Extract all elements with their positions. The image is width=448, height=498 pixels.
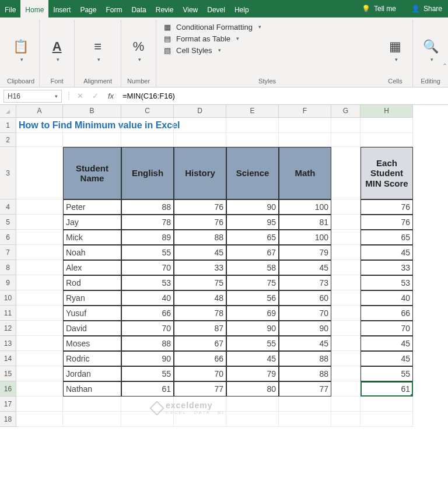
menu-tab-data[interactable]: Data <box>127 0 150 17</box>
score-cell[interactable]: 100 <box>279 230 331 245</box>
cell[interactable] <box>16 199 63 215</box>
score-cell[interactable]: 45 <box>279 260 331 275</box>
min-score-cell[interactable]: 65 <box>360 230 413 245</box>
score-cell[interactable]: 70 <box>121 260 174 275</box>
cell[interactable] <box>331 260 360 275</box>
student-name-cell[interactable]: Rodric <box>63 351 121 366</box>
min-score-cell[interactable]: 55 <box>360 366 413 381</box>
student-name-cell[interactable]: David <box>63 321 121 336</box>
student-name-cell[interactable]: Nathan <box>63 381 121 397</box>
min-score-cell[interactable]: 53 <box>360 275 413 290</box>
student-name-cell[interactable]: Mick <box>63 230 121 245</box>
cell[interactable] <box>279 397 331 412</box>
menu-tab-insert[interactable]: Insert <box>48 0 75 17</box>
column-header[interactable]: B <box>63 105 121 118</box>
min-score-header[interactable]: Each Student MIN Score <box>360 147 413 199</box>
cell[interactable] <box>331 245 360 260</box>
student-name-cell[interactable]: Noah <box>63 245 121 260</box>
cell[interactable] <box>16 381 63 397</box>
format-as-table-button[interactable]: ▤Format as Table▾ <box>162 34 239 43</box>
cell[interactable] <box>63 133 121 147</box>
conditional-formatting-button[interactable]: ▦Conditional Formatting▾ <box>162 22 261 31</box>
column-header[interactable]: D <box>174 105 226 118</box>
cell[interactable] <box>226 412 279 427</box>
row-header[interactable]: 14 <box>0 351 16 366</box>
chevron-down-icon[interactable]: ▾ <box>55 93 58 99</box>
cell[interactable] <box>331 366 360 381</box>
score-cell[interactable]: 77 <box>174 381 226 397</box>
score-cell[interactable]: 89 <box>121 230 174 245</box>
menu-tab-page[interactable]: Page <box>75 0 101 17</box>
number-icon[interactable]: % <box>129 37 149 57</box>
score-cell[interactable]: 79 <box>279 245 331 260</box>
score-cell[interactable]: 90 <box>226 199 279 215</box>
page-title[interactable]: How to Find Minimum value in Excel <box>16 118 63 133</box>
column-header[interactable]: G <box>331 105 360 118</box>
cell[interactable] <box>331 290 360 306</box>
column-header[interactable]: A <box>16 105 63 118</box>
cell[interactable] <box>331 336 360 351</box>
table-header[interactable]: English <box>121 147 174 199</box>
cell[interactable] <box>16 290 63 306</box>
cell[interactable] <box>121 397 174 412</box>
score-cell[interactable]: 78 <box>174 306 226 321</box>
tell-me[interactable]: Tell me <box>374 5 396 13</box>
score-cell[interactable]: 33 <box>174 260 226 275</box>
score-cell[interactable]: 81 <box>279 215 331 230</box>
alignment-icon[interactable]: ≡ <box>88 37 108 57</box>
score-cell[interactable]: 90 <box>279 321 331 336</box>
cell[interactable] <box>121 118 174 133</box>
min-score-cell[interactable]: 66 <box>360 306 413 321</box>
score-cell[interactable]: 66 <box>121 306 174 321</box>
cell[interactable] <box>16 275 63 290</box>
score-cell[interactable]: 48 <box>174 290 226 306</box>
table-header[interactable]: Math <box>279 147 331 199</box>
cell[interactable] <box>331 275 360 290</box>
cell[interactable] <box>63 412 121 427</box>
cell[interactable] <box>174 412 226 427</box>
score-cell[interactable]: 70 <box>279 306 331 321</box>
collapse-ribbon-icon[interactable]: ⌃ <box>441 0 448 70</box>
cell[interactable] <box>16 321 63 336</box>
cell[interactable] <box>16 147 63 199</box>
score-cell[interactable]: 76 <box>174 215 226 230</box>
paste-icon[interactable]: 📋 <box>11 37 31 57</box>
row-header[interactable]: 18 <box>0 412 16 427</box>
min-score-cell[interactable]: 45 <box>360 336 413 351</box>
cell[interactable] <box>279 412 331 427</box>
cell[interactable] <box>360 118 413 133</box>
score-cell[interactable]: 70 <box>174 366 226 381</box>
cell[interactable] <box>16 230 63 245</box>
select-all-corner[interactable]: ◢ <box>0 105 16 118</box>
row-header[interactable]: 12 <box>0 321 16 336</box>
row-header[interactable]: 6 <box>0 230 16 245</box>
row-header[interactable]: 1 <box>0 118 16 133</box>
min-score-cell[interactable]: 33 <box>360 260 413 275</box>
editing-icon[interactable]: 🔍 <box>421 37 440 57</box>
score-cell[interactable]: 65 <box>226 230 279 245</box>
cell[interactable] <box>16 366 63 381</box>
cell[interactable] <box>331 230 360 245</box>
score-cell[interactable]: 55 <box>121 366 174 381</box>
menu-tab-file[interactable]: File <box>0 0 20 17</box>
row-header[interactable]: 8 <box>0 260 16 275</box>
score-cell[interactable]: 90 <box>226 321 279 336</box>
menu-tab-revie[interactable]: Revie <box>151 0 178 17</box>
cell[interactable] <box>16 336 63 351</box>
share-button[interactable]: Share <box>424 5 442 13</box>
score-cell[interactable]: 69 <box>226 306 279 321</box>
student-name-cell[interactable]: Rod <box>63 275 121 290</box>
cell[interactable] <box>16 260 63 275</box>
cell[interactable] <box>331 133 360 147</box>
table-header[interactable]: Science <box>226 147 279 199</box>
row-header[interactable]: 11 <box>0 306 16 321</box>
cell[interactable] <box>360 397 413 412</box>
menu-tab-home[interactable]: Home <box>20 0 48 17</box>
score-cell[interactable]: 73 <box>279 275 331 290</box>
row-header[interactable]: 9 <box>0 275 16 290</box>
cell[interactable] <box>331 199 360 215</box>
row-header[interactable]: 3 <box>0 147 16 199</box>
cell[interactable] <box>16 306 63 321</box>
min-score-cell[interactable]: 76 <box>360 215 413 230</box>
score-cell[interactable]: 87 <box>174 321 226 336</box>
